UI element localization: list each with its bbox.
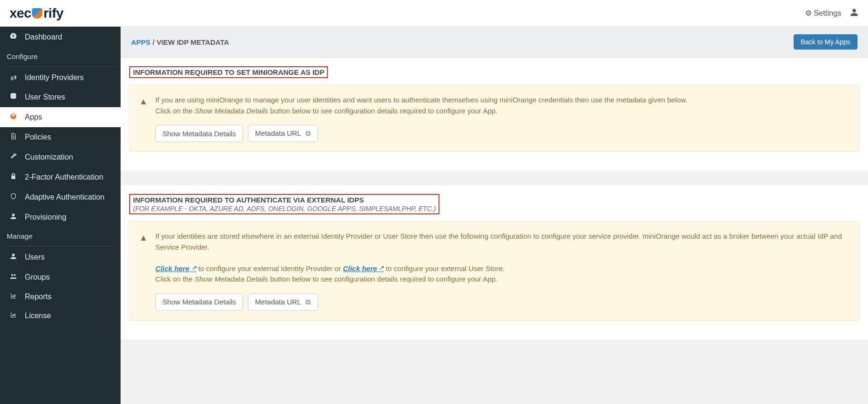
show-metadata-button[interactable]: Show Metadata Details — [155, 293, 243, 311]
sidebar-item-identity-providers[interactable]: ⇄ Identity Providers — [0, 68, 121, 87]
user-icon — [9, 252, 18, 262]
sidebar-item-label: Apps — [25, 113, 42, 121]
sidebar: Dashboard Configure ⇄ Identity Providers… — [0, 27, 121, 404]
sidebar-item-label: Adaptive Authentication — [25, 193, 104, 202]
emphasis: Show Metadata Details — [194, 275, 268, 283]
settings-link[interactable]: ⚙ Settings — [805, 9, 841, 18]
alert-text-3: Click on the Show Metadata Details butto… — [155, 274, 849, 285]
sidebar-item-user-stores[interactable]: User Stores — [0, 87, 121, 107]
metadata-url-button[interactable]: Metadata URL ⧉ — [248, 293, 318, 311]
button-row: Show Metadata Details Metadata URL ⧉ — [155, 125, 849, 142]
breadcrumb-bar: APPS / VIEW IDP METADATA Back to My Apps — [121, 27, 868, 58]
sidebar-item-policies[interactable]: Policies — [0, 127, 121, 147]
panel-gap — [121, 171, 868, 185]
sidebar-item-label: Dashboard — [25, 33, 62, 41]
settings-label: Settings — [814, 9, 841, 17]
panel-miniorange-idp: INFORMATION REQUIRED TO SET MINIORANGE A… — [121, 58, 868, 171]
sidebar-item-users[interactable]: Users — [0, 247, 121, 267]
panel-external-idps: INFORMATION REQUIRED TO AUTHENTICATE VIA… — [121, 185, 868, 340]
sidebar-item-2fa[interactable]: 2-Factor Authentication — [0, 167, 121, 187]
user-icon — [9, 212, 18, 222]
section-title-box: INFORMATION REQUIRED TO SET MINIORANGE A… — [129, 66, 328, 78]
document-icon — [9, 132, 18, 142]
metadata-url-button[interactable]: Metadata URL ⧉ — [248, 125, 318, 142]
sidebar-item-apps[interactable]: Apps — [0, 107, 121, 127]
exchange-icon: ⇄ — [9, 73, 18, 82]
sidebar-item-label: Users — [25, 253, 45, 262]
sidebar-item-label: Provisioning — [25, 213, 66, 222]
sidebar-item-dashboard[interactable]: Dashboard — [0, 27, 121, 48]
section-title: INFORMATION REQUIRED TO AUTHENTICATE VIA… — [133, 196, 436, 204]
sidebar-item-groups[interactable]: Groups — [0, 267, 121, 287]
show-metadata-button[interactable]: Show Metadata Details — [155, 125, 243, 142]
sidebar-item-label: Policies — [25, 133, 51, 141]
section-title-box: INFORMATION REQUIRED TO AUTHENTICATE VIA… — [129, 194, 439, 214]
sidebar-item-label: License — [25, 312, 51, 320]
sidebar-item-label: Groups — [25, 273, 50, 282]
warning-icon: ▲ — [139, 233, 148, 311]
sidebar-section-configure: Configure — [0, 48, 121, 65]
configure-idp-link[interactable]: Click here ↗ — [155, 264, 196, 273]
shield-outline-icon — [9, 192, 18, 202]
info-alert: ▲ If you are using miniOrange to manage … — [129, 85, 859, 152]
alert-text-1: If your identities are stored elsewhere … — [155, 231, 849, 252]
chart-icon — [9, 312, 18, 320]
database-icon — [9, 92, 18, 102]
shield-icon — [32, 8, 42, 19]
sidebar-item-label: Identity Providers — [25, 73, 84, 82]
link-text: Click here — [343, 264, 377, 273]
breadcrumb: APPS / VIEW IDP METADATA — [131, 38, 229, 46]
dashboard-icon — [9, 32, 18, 42]
main-content: APPS / VIEW IDP METADATA Back to My Apps… — [121, 27, 868, 404]
sidebar-section-manage: Manage — [0, 227, 121, 245]
divider — [6, 246, 115, 246]
gear-icon: ⚙ — [805, 9, 812, 17]
divider — [6, 66, 115, 67]
external-link-icon: ↗ — [379, 264, 384, 271]
warning-icon: ▲ — [139, 97, 148, 142]
alert-body: If you are using miniOrange to manage yo… — [155, 95, 849, 142]
emphasis: Show Metadata Details — [194, 107, 268, 115]
user-icon[interactable] — [850, 8, 858, 19]
section-title: INFORMATION REQUIRED TO SET MINIORANGE A… — [133, 68, 324, 76]
cube-icon — [9, 112, 18, 122]
alert-text-2: Click on the Show Metadata Details butto… — [155, 106, 849, 117]
text: to configure your external User Store. — [384, 264, 504, 273]
alert-body: If your identities are stored elsewhere … — [155, 231, 849, 311]
sidebar-item-customization[interactable]: Customization — [0, 147, 121, 167]
top-right: ⚙ Settings — [805, 8, 858, 19]
text: Click on the — [155, 275, 195, 283]
chart-icon — [9, 293, 18, 301]
button-label: Metadata URL — [255, 298, 301, 306]
logo-text-left: xec — [10, 6, 31, 21]
alert-links-line: Click here ↗ to configure your external … — [155, 263, 849, 274]
breadcrumb-root[interactable]: APPS — [131, 38, 151, 46]
sidebar-item-adaptive-auth[interactable]: Adaptive Authentication — [0, 187, 121, 207]
section-subtitle: (FOR EXAMPLE - OKTA, AZURE AD, ADFS, ONE… — [133, 205, 436, 212]
alert-text-1: If you are using miniOrange to manage yo… — [155, 95, 849, 106]
top-bar: xec rify ⚙ Settings — [0, 0, 868, 27]
copy-icon: ⧉ — [306, 129, 311, 137]
sidebar-item-provisioning[interactable]: Provisioning — [0, 207, 121, 227]
sidebar-item-label: Reports — [25, 293, 51, 301]
logo-text-right: rify — [43, 6, 63, 21]
sidebar-item-label: User Stores — [25, 93, 65, 101]
text: Click on the — [155, 107, 195, 115]
lock-icon — [9, 172, 18, 182]
link-text: Click here — [155, 264, 190, 273]
external-link-icon: ↗ — [192, 264, 196, 271]
text: button below to see configuration detail… — [268, 107, 498, 115]
back-to-apps-button[interactable]: Back to My Apps — [794, 34, 858, 50]
breadcrumb-sep: / — [151, 38, 157, 46]
text: button below to see configuration detail… — [268, 275, 498, 283]
breadcrumb-current: VIEW IDP METADATA — [156, 38, 229, 46]
copy-icon: ⧉ — [306, 298, 311, 306]
text: to configure your external Identity Prov… — [196, 264, 343, 273]
configure-user-store-link[interactable]: Click here ↗ — [343, 264, 384, 273]
sidebar-item-license[interactable]: License — [0, 306, 121, 325]
sidebar-item-label: Customization — [25, 153, 73, 162]
button-label: Metadata URL — [255, 129, 301, 137]
users-icon — [9, 273, 18, 282]
sidebar-item-reports[interactable]: Reports — [0, 287, 121, 306]
button-row: Show Metadata Details Metadata URL ⧉ — [155, 293, 849, 311]
